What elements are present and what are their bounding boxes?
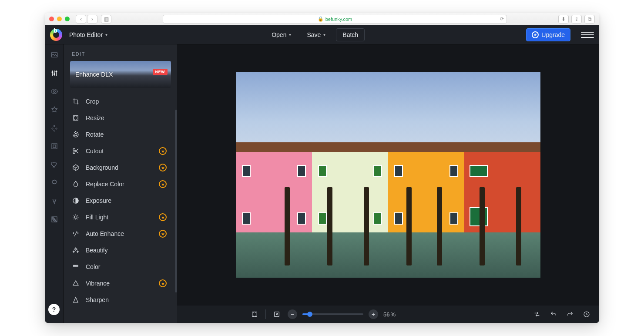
tool-background[interactable]: Background★ [64, 159, 174, 176]
premium-badge-icon: ★ [159, 230, 167, 238]
rail-image[interactable] [48, 49, 60, 61]
svg-point-1 [52, 71, 53, 73]
tool-label: Resize [86, 114, 104, 121]
tool-label: Replace Color [86, 181, 124, 188]
tool-sharpen[interactable]: Sharpen [64, 292, 174, 308]
chevron-down-icon: ▾ [289, 32, 291, 37]
zoom-in-button[interactable]: + [369, 309, 378, 319]
svg-point-6 [52, 128, 53, 129]
browser-downloads-button[interactable]: ⬇ [558, 15, 569, 24]
rail-textures[interactable] [48, 213, 60, 225]
tool-auto-enhance[interactable]: Auto Enhance★ [64, 225, 174, 242]
history-button[interactable] [581, 309, 592, 320]
svg-rect-10 [53, 145, 56, 148]
canvas-toolbar: − + 56% [177, 306, 599, 323]
svg-point-3 [56, 71, 57, 72]
tool-list: CropResizeRotateCutout★Background★Replac… [64, 93, 177, 323]
browser-url: befunky.com [325, 17, 352, 22]
tool-rotate[interactable]: Rotate [64, 126, 174, 143]
actual-size-button[interactable] [271, 309, 282, 320]
browser-forward-button[interactable]: › [87, 15, 97, 24]
help-button[interactable]: ? [48, 304, 60, 315]
canvas-image[interactable] [236, 72, 540, 278]
svg-point-2 [54, 74, 55, 75]
enhance-dlx-hero[interactable]: Enhance DLX NEW [70, 61, 171, 88]
compare-button[interactable] [531, 309, 543, 320]
rail-effects[interactable] [48, 104, 60, 116]
save-button[interactable]: Save ▾ [302, 29, 331, 41]
tool-exposure[interactable]: Exposure [64, 192, 174, 209]
browser-share-button[interactable]: ⇪ [571, 15, 582, 24]
rail-overlays[interactable] [48, 177, 60, 189]
undo-button[interactable] [548, 309, 559, 320]
rail-edit[interactable] [48, 67, 60, 79]
zoom-slider[interactable] [302, 313, 363, 315]
tool-label: Crop [86, 98, 99, 105]
menu-button[interactable] [581, 28, 594, 41]
redo-button[interactable] [564, 309, 576, 320]
tool-cutout[interactable]: Cutout★ [64, 143, 174, 159]
browser-sidebar-button[interactable]: ▥ [101, 15, 111, 24]
tool-category-rail [45, 44, 64, 323]
tool-color[interactable]: Color [64, 259, 174, 275]
panel-title: EDIT [64, 44, 177, 61]
tool-label: Cutout [86, 148, 104, 155]
tool-label: Color [86, 263, 100, 270]
tool-label: Rotate [86, 131, 104, 138]
tool-label: Exposure [86, 197, 111, 204]
chevron-down-icon: ▾ [323, 32, 325, 37]
tool-crop[interactable]: Crop [64, 93, 174, 110]
tool-label: Background [86, 164, 118, 171]
svg-point-16 [74, 216, 77, 218]
rail-frames[interactable] [48, 140, 60, 152]
rail-graphics[interactable] [48, 158, 60, 171]
window-minimize-button[interactable] [57, 17, 62, 21]
divider [265, 309, 266, 319]
window-zoom-button[interactable] [65, 17, 70, 21]
panel-scrollbar[interactable] [175, 110, 177, 292]
rail-touchup[interactable] [48, 85, 60, 97]
tool-beautify[interactable]: Beautify [64, 242, 174, 259]
svg-point-8 [54, 130, 55, 131]
batch-button[interactable]: Batch [336, 28, 365, 41]
fit-screen-button[interactable] [249, 309, 260, 320]
star-circle-icon: ★ [532, 31, 539, 38]
upgrade-label: Upgrade [541, 31, 565, 38]
app-topbar: b Photo Editor ▾ Open ▾ Save ▾ Batch ★ U… [45, 25, 599, 44]
premium-badge-icon: ★ [159, 279, 167, 287]
tool-vibrance[interactable]: Vibrance★ [64, 275, 174, 292]
premium-badge-icon: ★ [159, 180, 167, 188]
rail-artsy[interactable] [48, 122, 60, 134]
tool-label: Sharpen [86, 296, 109, 303]
open-button[interactable]: Open ▾ [266, 29, 296, 41]
edit-panel: EDIT Enhance DLX NEW CropResizeRotateCut… [64, 44, 177, 323]
hero-label: Enhance DLX [75, 71, 113, 78]
svg-rect-9 [52, 144, 57, 149]
rail-text[interactable] [48, 195, 60, 207]
svg-point-5 [54, 125, 55, 127]
premium-badge-icon: ★ [159, 164, 167, 171]
browser-tabs-button[interactable]: ⧉ [584, 15, 595, 24]
chevron-down-icon: ▾ [105, 32, 107, 37]
open-label: Open [272, 31, 286, 38]
tool-replace-color[interactable]: Replace Color★ [64, 176, 174, 192]
mode-label: Photo Editor [69, 31, 103, 38]
app-logo-letter: b [54, 27, 57, 34]
browser-address-bar[interactable]: 🔒 befunky.com ⟳ [163, 15, 507, 24]
svg-point-4 [53, 91, 55, 93]
window-close-button[interactable] [49, 17, 54, 21]
svg-rect-12 [74, 116, 78, 121]
save-label: Save [307, 31, 321, 38]
browser-chrome: ‹ › ▥ 🔒 befunky.com ⟳ ⬇ ⇪ ⧉ [45, 13, 599, 25]
tool-resize[interactable]: Resize [64, 110, 174, 126]
zoom-out-button[interactable]: − [288, 309, 297, 319]
zoom-value: 56% [383, 311, 396, 318]
browser-back-button[interactable]: ‹ [76, 15, 86, 24]
tool-label: Vibrance [86, 280, 110, 287]
mode-switcher[interactable]: Photo Editor ▾ [67, 29, 109, 41]
upgrade-button[interactable]: ★ Upgrade [526, 28, 570, 41]
tool-label: Fill Light [86, 214, 108, 221]
svg-point-7 [56, 128, 57, 129]
refresh-icon[interactable]: ⟳ [500, 16, 504, 22]
tool-fill-light[interactable]: Fill Light★ [64, 209, 174, 225]
